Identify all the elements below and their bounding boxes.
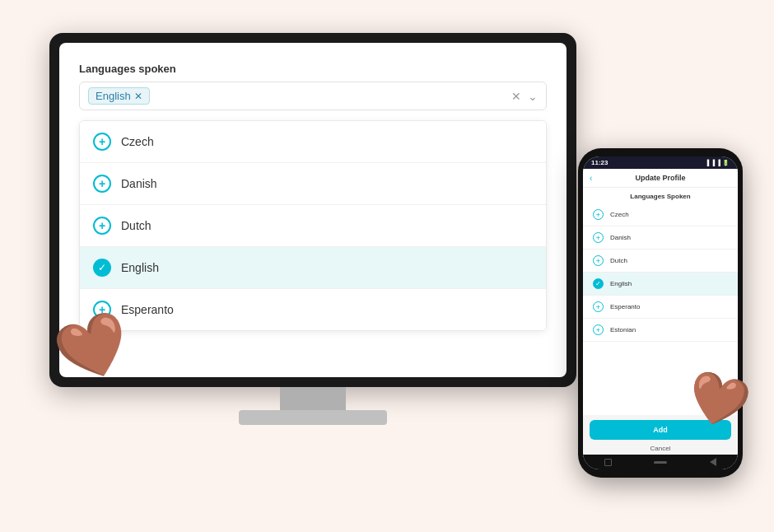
nav-back-icon[interactable] [710, 458, 716, 466]
item-label: Danish [121, 177, 157, 190]
item-label: Esperanto [121, 303, 174, 316]
status-time: 11:23 [591, 159, 608, 166]
item-label: English [610, 280, 632, 287]
chevron-down-icon[interactable]: ⌄ [528, 90, 538, 103]
monitor-bezel: Languages spoken English ✕ ✕ ⌄ + Czech + [49, 33, 576, 387]
add-icon: + [593, 232, 604, 243]
item-label: Dutch [610, 257, 627, 264]
tag-label: English [96, 90, 131, 102]
monitor-screen: Languages spoken English ✕ ✕ ⌄ + Czech + [59, 43, 567, 377]
add-icon: + [593, 301, 604, 312]
item-label: Esperanto [610, 303, 640, 310]
phone-section-title: Languages Spoken [583, 188, 738, 203]
phone-list-item[interactable]: + Esperanto [583, 296, 738, 319]
phone-nav-bar [583, 455, 738, 469]
clear-icon[interactable]: ✕ [511, 90, 521, 103]
monitor-stand [239, 410, 387, 425]
phone-list-item[interactable]: + Estonian [583, 319, 738, 342]
list-item[interactable]: + Czech [80, 121, 546, 163]
nav-home-icon[interactable] [654, 461, 667, 464]
add-icon: + [593, 324, 604, 335]
desktop-monitor: Languages spoken English ✕ ✕ ⌄ + Czech + [49, 33, 576, 461]
check-icon: ✓ [93, 259, 111, 277]
phone-header: ‹ Update Profile [583, 169, 738, 188]
phone-cancel-button[interactable]: Cancel [583, 442, 738, 455]
languages-spoken-label: Languages spoken [79, 63, 547, 75]
phone-status-bar: 11:23 ▐ ▐ ▐ 🔋 [583, 156, 738, 169]
language-dropdown-list: + Czech + Danish + Dutch ✓ English + [79, 120, 547, 331]
list-item-selected[interactable]: ✓ English [80, 247, 546, 289]
add-icon: + [93, 175, 111, 193]
list-item[interactable]: + Dutch [80, 205, 546, 247]
add-icon: + [93, 133, 111, 151]
item-label: Estonian [610, 326, 636, 334]
add-icon: + [593, 209, 604, 220]
item-label: Czech [610, 211, 629, 218]
back-button[interactable]: ‹ [590, 174, 592, 183]
monitor-neck [280, 387, 346, 410]
phone-list-item[interactable]: + Danish [583, 226, 738, 250]
tag-input-bar[interactable]: English ✕ ✕ ⌄ [79, 82, 547, 110]
nav-square-icon[interactable] [604, 459, 612, 466]
list-item[interactable]: + Danish [80, 163, 546, 205]
add-icon: + [93, 217, 111, 235]
status-icons: ▐ ▐ ▐ 🔋 [705, 160, 730, 166]
phone-header-title: Update Profile [635, 174, 685, 182]
item-label: Danish [610, 234, 631, 241]
phone-list-item-selected[interactable]: ✓ English [583, 273, 738, 296]
list-item[interactable]: + Esperanto [80, 289, 546, 330]
item-label: Czech [121, 135, 154, 148]
item-label: English [121, 261, 159, 274]
item-label: Dutch [121, 219, 152, 232]
check-icon: ✓ [593, 278, 604, 289]
phone-list-item[interactable]: + Dutch [583, 250, 738, 273]
phone-list-item[interactable]: + Czech [583, 203, 738, 226]
add-icon: + [593, 255, 604, 266]
tag-input-actions: ✕ ⌄ [511, 90, 538, 103]
tag-close-icon[interactable]: ✕ [134, 91, 142, 102]
selected-tag[interactable]: English ✕ [88, 87, 150, 105]
